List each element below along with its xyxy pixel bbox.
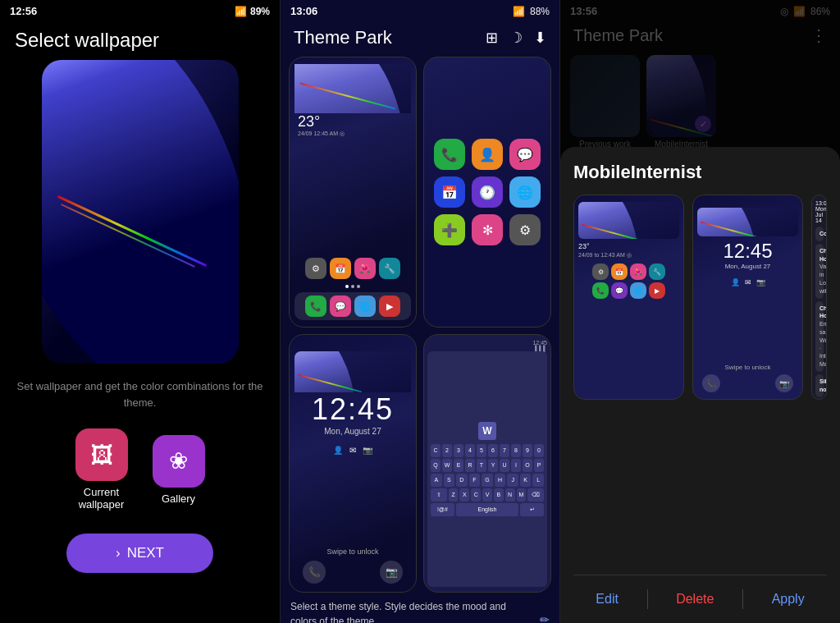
delete-button[interactable]: Delete	[660, 587, 730, 612]
modal-title: MobileInternist	[573, 162, 827, 183]
modal-lock-icon3: 📷	[756, 278, 765, 286]
grid-browser: 🌐	[509, 176, 541, 208]
grid-msg: 💬	[509, 139, 541, 170]
key-w[interactable]: W	[478, 422, 496, 440]
keyboard-status: 12:45	[427, 340, 547, 346]
panel-select-wallpaper: 12:56 📶 89% Select wallpaper Set wallpap…	[0, 0, 280, 623]
swipe-to-unlock: Swipe to unlock	[326, 547, 378, 556]
moon-icon[interactable]: ☽	[509, 29, 523, 47]
app-gallery: 🌺	[354, 258, 376, 279]
modal-dock: 📞 💬 🌐 ▶	[578, 282, 679, 299]
battery-2: 88%	[530, 6, 550, 17]
kbd-row-asdf: A S D F G H J K L	[431, 474, 544, 487]
modal-previews: 23° 24/09 to 12:43 AM ◎ ⚙ 📅 🌺 🔧 📞 💬 🌐 ▶	[573, 195, 827, 400]
current-wallpaper-icon: 🖼	[75, 428, 128, 481]
grid-calendar: 📅	[434, 176, 465, 208]
lock-date: Mon, August 27	[324, 427, 381, 436]
lock-bottom-bar: 📞 📷	[294, 561, 411, 584]
apply-button[interactable]: Apply	[756, 587, 821, 612]
wifi-icon-1: 📶	[235, 6, 247, 17]
app-settings: ⚙	[305, 258, 326, 279]
lock-phone-btn[interactable]: 📞	[303, 561, 326, 584]
keyboard-area: W C 2 3 4 5 6 7 8 9 0 Q W E	[427, 351, 547, 587]
current-wallpaper-label: Currentwallpaper	[79, 486, 125, 511]
lock-camera-btn[interactable]: 📷	[380, 561, 403, 584]
grid-icon[interactable]: ⊞	[486, 29, 498, 47]
edit-icon[interactable]: ✏	[540, 612, 550, 623]
keyboard-preview[interactable]: 12:45 ▌▌▌ W C 2 3 4 5 6 7 8 9 0	[423, 334, 551, 593]
kbd-row-bottom: !@# English ↵	[431, 503, 544, 516]
modal-overlay: MobileInternist 23° 24/09 to 12:43 AM ◎ …	[560, 0, 840, 623]
app-icons-row1: ⚙ 📅 🌺 🔧	[294, 258, 411, 279]
modal-lock-date: Mon, August 27	[725, 263, 771, 270]
lock-icon-2: ✉	[349, 446, 356, 455]
grid-calc: ➕	[434, 214, 465, 245]
modal-divider-1	[647, 589, 648, 609]
title-row-2: Theme Park ⊞ ☽ ⬇	[281, 21, 559, 57]
lock-icon-1: 👤	[333, 446, 343, 455]
gallery-option[interactable]: ❀ Gallery	[153, 435, 205, 505]
panel2-title: Theme Park	[294, 27, 392, 48]
modal-home-phone: 23° 24/09 to 12:43 AM ◎ ⚙ 📅 🌺 🔧 📞 💬 🌐 ▶	[573, 195, 684, 400]
set-wallpaper-description: Set wallpaper and get the color combinat…	[0, 378, 280, 410]
keyboard-signal: ▌▌▌	[427, 346, 547, 351]
dock-youtube: ▶	[379, 295, 400, 317]
modal-weather: 23°	[578, 242, 679, 250]
kbd-row-qwerty: Q W E R T Y U I O P	[431, 459, 544, 472]
next-label: NEXT	[127, 545, 164, 561]
status-time-1: 12:56	[10, 5, 37, 17]
dock-browser: 🌐	[354, 295, 376, 317]
app-tools: 🔧	[379, 258, 400, 279]
wifi-icon-2: 📶	[513, 6, 525, 17]
modal-lock-icon2: ✉	[745, 278, 751, 286]
page-dots	[294, 285, 411, 288]
panel-theme-park: 13:06 📶 88% Theme Park ⊞ ☽ ⬇ 23° 24/09 1…	[280, 0, 559, 623]
lock-screen-preview[interactable]: 12:45 Mon, August 27 👤 ✉ 📷 Swipe to unlo…	[289, 334, 417, 593]
modal-lock-icon1: 👤	[731, 278, 740, 286]
grid-clock: 🕐	[472, 176, 503, 208]
modal-app-row: ⚙ 📅 🌺 🔧	[578, 263, 679, 280]
theme-select-description: Select a theme style. Style decides the …	[281, 593, 559, 623]
modal-lock-phone: 12:45 Mon, August 27 👤 ✉ 📷 Swipe to unlo…	[692, 195, 803, 400]
lock-icons: 👤 ✉ 📷	[333, 446, 372, 455]
modal-notif-phone: 13:02 Mon, Jul 14 📶🔋 Conversations Chris…	[811, 195, 827, 400]
gallery-label: Gallery	[162, 492, 195, 505]
grid-phone: 📞	[434, 139, 465, 170]
title-icons-2: ⊞ ☽ ⬇	[486, 29, 546, 47]
next-arrow-icon: ›	[116, 545, 121, 561]
modal-divider-2	[742, 589, 743, 609]
dock-msg: 💬	[330, 295, 351, 317]
home-screen-preview[interactable]: 23° 24/09 12:45 AM ◎ ⚙ 📅 🌺 🔧 📞 💬 🌐 ▶	[289, 57, 417, 328]
status-right-1: 📶 89%	[235, 6, 270, 17]
status-bar-1: 12:56 📶 89%	[0, 0, 280, 22]
download-icon[interactable]: ⬇	[534, 29, 546, 47]
modal-actions: Edit Delete Apply	[573, 575, 827, 623]
kbd-row-numbers: C 2 3 4 5 6 7 8 9 0	[431, 444, 544, 457]
edit-button[interactable]: Edit	[579, 587, 635, 612]
wallpaper-preview	[42, 60, 239, 364]
home-dock: 📞 💬 🌐 ▶	[294, 292, 411, 320]
notif-silent: Silent notifications	[815, 374, 824, 397]
kbd-row-zxcv: ⇧ Z X C V B N M ⌫	[431, 488, 544, 502]
current-wallpaper-option[interactable]: 🖼 Currentwallpaper	[75, 428, 128, 511]
wallpaper-options-row: 🖼 Currentwallpaper ❀ Gallery	[75, 428, 205, 511]
modal-swipe: Swipe to unlock	[724, 364, 770, 371]
app-calendar: 📅	[330, 258, 351, 279]
arc-shape	[42, 60, 239, 364]
modal-lock-btn-cam[interactable]: 📷	[775, 374, 793, 392]
app-grid-preview[interactable]: 📞 👤 💬 📅 🕐 🌐 ➕ ✻ ⚙	[423, 57, 551, 328]
status-bar-2: 13:06 📶 88%	[281, 0, 559, 21]
modal-lock-time: 12:45	[723, 240, 772, 263]
modal-lock-btn-phone[interactable]: 📞	[702, 374, 720, 392]
modal-date-home: 24/09 to 12:43 AM ◎	[578, 252, 679, 259]
status-time-2: 13:06	[290, 5, 317, 17]
modal-lock-bottom: 📞 📷	[697, 374, 798, 392]
notif-conversations: Conversations	[815, 227, 824, 241]
notif-christina-1: Christina Holland Vacation in London wit…	[815, 244, 824, 299]
weather-widget: 23° 24/09 12:45 AM ◎	[294, 113, 411, 137]
lock-time: 12:45	[312, 392, 394, 427]
modal-card: MobileInternist 23° 24/09 to 12:43 AM ◎ …	[560, 147, 840, 623]
notif-christina-2: Christina Holland Email: samsunggmail.co…	[815, 301, 824, 372]
panel-theme-detail: 13:56 ◎ 📶 86% Theme Park ⋮ Previous work…	[559, 0, 840, 623]
next-button[interactable]: › NEXT	[66, 534, 213, 573]
